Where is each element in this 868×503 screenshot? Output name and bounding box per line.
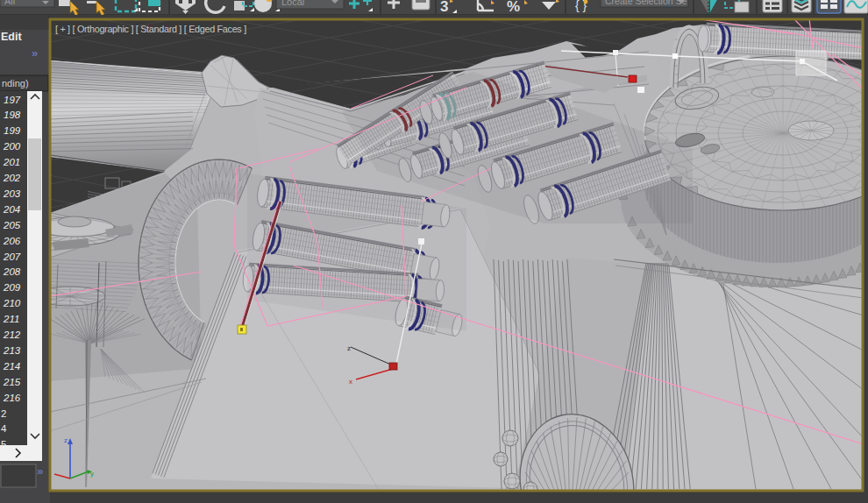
svg-text:213: 213 <box>3 345 21 356</box>
svg-text:Local: Local <box>281 0 304 7</box>
svg-text:211: 211 <box>3 314 19 324</box>
svg-text:y: y <box>90 470 94 478</box>
svg-text:199: 199 <box>4 125 21 136</box>
svg-text:z: z <box>64 436 68 444</box>
svg-text:207: 207 <box>3 252 21 262</box>
svg-text:»: » <box>37 464 43 478</box>
svg-text:Edit: Edit <box>1 31 22 43</box>
svg-text:212: 212 <box>3 329 21 340</box>
svg-text:197: 197 <box>4 95 21 105</box>
svg-text:204: 204 <box>3 204 20 215</box>
svg-text:210: 210 <box>3 298 21 308</box>
svg-text:209: 209 <box>3 282 21 293</box>
svg-text:215: 215 <box>3 377 21 387</box>
svg-text:z: z <box>347 344 351 352</box>
svg-text:203: 203 <box>3 188 21 199</box>
svg-text:2: 2 <box>1 408 6 419</box>
svg-text:216: 216 <box>3 393 21 403</box>
svg-text:208: 208 <box>3 266 21 277</box>
svg-text:%: % <box>507 0 520 15</box>
svg-text:All: All <box>4 0 15 6</box>
svg-text:nding): nding) <box>2 78 29 89</box>
svg-text:3: 3 <box>440 0 448 15</box>
svg-text:205: 205 <box>3 220 21 230</box>
svg-text:[ + ] [ Orthographic ] [ Stand: [ + ] [ Orthographic ] [ Standard ] [ Ed… <box>55 24 246 34</box>
svg-text:201: 201 <box>3 157 20 167</box>
svg-text:x: x <box>349 378 352 386</box>
svg-text:200: 200 <box>3 141 21 152</box>
svg-text:4: 4 <box>1 423 7 434</box>
svg-text:206: 206 <box>3 236 21 246</box>
svg-text:Create Selection Se: Create Selection Se <box>605 0 687 6</box>
svg-text:202: 202 <box>3 173 21 183</box>
svg-text:214: 214 <box>3 361 20 372</box>
svg-text:198: 198 <box>4 110 21 120</box>
svg-text:»: » <box>32 46 38 60</box>
